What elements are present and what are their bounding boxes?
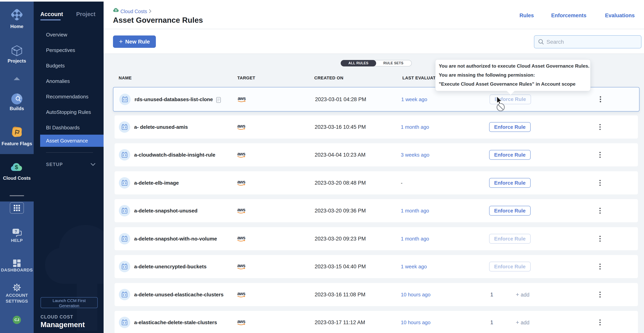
svg-text:aws: aws [237,152,245,156]
svg-text:aws: aws [237,235,245,240]
svg-text:aws: aws [237,180,245,184]
svg-text:aws: aws [237,291,245,296]
svg-text:?: ? [15,229,17,233]
svg-text:aws: aws [237,124,245,129]
svg-text:aws: aws [237,319,245,324]
svg-text:aws: aws [238,96,246,101]
svg-text:aws: aws [237,263,245,268]
svg-text:aws: aws [237,207,245,212]
svg-text:$: $ [15,164,18,170]
